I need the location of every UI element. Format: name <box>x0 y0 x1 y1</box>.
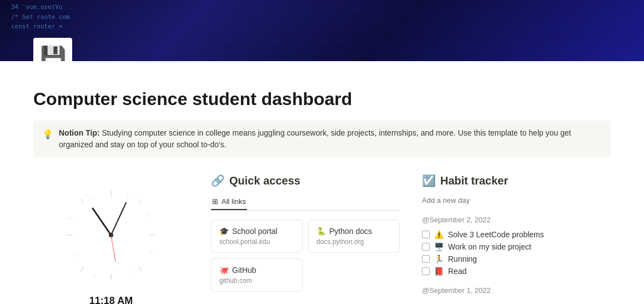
link-card-python[interactable]: 🐍 Python docs docs.python.org <box>308 220 400 253</box>
clock-column: 11:18 AM Tuesday • PDT <box>33 174 189 304</box>
clock-time: 11:18 AM <box>89 295 133 304</box>
svg-line-1 <box>139 199 142 203</box>
habit-emoji-running: 🏃 <box>434 255 444 263</box>
grid-icon: ⊞ <box>212 197 218 206</box>
svg-line-18 <box>111 203 126 235</box>
date-label-sep2: @September 2, 2022 <box>422 216 611 224</box>
habit-label-read: Read <box>448 267 466 276</box>
quick-access-section: 🔗 Quick access ⊞ All links 🎓 School port… <box>211 174 400 292</box>
svg-line-3 <box>139 267 142 271</box>
callout-icon: 💡 <box>42 128 53 151</box>
header-banner: 34 'vue.use(Vu /* Set route com const ro… <box>0 0 644 61</box>
habit-emoji-read: 📕 <box>434 267 444 276</box>
date-label-sep1: @September 1, 2022 <box>422 286 611 295</box>
svg-line-8 <box>127 192 128 197</box>
habit-item-sideproject: 🖥️ Work on my side project <box>422 241 611 253</box>
link-card-python-title: 🐍 Python docs <box>316 227 391 236</box>
svg-line-7 <box>80 199 83 203</box>
page-icon: 💾 <box>33 38 72 61</box>
page-title: Computer science student dashboard <box>33 89 611 109</box>
clock-svg <box>56 180 167 291</box>
add-day-input[interactable] <box>422 194 611 207</box>
habit-checkbox-sideproject[interactable] <box>422 243 430 251</box>
date-group-sep1: @September 1, 2022 <box>422 286 611 295</box>
quick-access-title: 🔗 Quick access <box>211 174 400 187</box>
date-group-sep2: @September 2, 2022 ⚠️ Solve 3 LeetCode p… <box>422 216 611 277</box>
habit-checkbox-running[interactable] <box>422 255 430 263</box>
svg-line-14 <box>68 218 73 219</box>
callout-prefix: Notion Tip: <box>59 128 100 137</box>
github-icon: 🐙 <box>219 266 229 275</box>
svg-line-19 <box>111 235 115 262</box>
svg-line-5 <box>80 267 83 271</box>
link-card-github[interactable]: 🐙 GitHub github.com <box>211 258 303 292</box>
habit-label-leetcode: Solve 3 LeetCode problems <box>448 230 544 239</box>
school-icon: 🎓 <box>219 227 229 236</box>
columns-layout: 11:18 AM Tuesday • PDT 🔗 Quick access ⊞ … <box>33 174 611 304</box>
link-card-school-title: 🎓 School portal <box>219 227 294 236</box>
chain-icon: 🔗 <box>211 174 225 187</box>
habit-checkbox-leetcode[interactable] <box>422 231 430 238</box>
habit-item-read: 📕 Read <box>422 265 611 277</box>
tab-all-links[interactable]: ⊞ All links <box>211 194 247 210</box>
svg-line-10 <box>149 251 154 252</box>
checkbox-icon: ☑️ <box>422 174 436 187</box>
link-card-school[interactable]: 🎓 School portal school.portal.edu <box>211 220 303 253</box>
link-card-school-url: school.portal.edu <box>219 238 294 246</box>
habit-label-running: Running <box>448 255 477 263</box>
svg-line-13 <box>73 255 77 257</box>
callout-body: Studying computer science in college mea… <box>59 128 571 149</box>
habit-label-sideproject: Work on my side project <box>448 242 531 251</box>
main-content: Computer science student dashboard 💡 Not… <box>0 61 644 304</box>
habit-tracker-section: ☑️ Habit tracker @September 2, 2022 ⚠️ S… <box>422 174 611 303</box>
habit-checkbox-read[interactable] <box>422 267 430 275</box>
svg-line-12 <box>94 273 95 278</box>
svg-line-11 <box>130 270 133 273</box>
habit-item-leetcode: ⚠️ Solve 3 LeetCode problems <box>422 228 611 241</box>
svg-line-15 <box>89 197 92 201</box>
link-card-github-title: 🐙 GitHub <box>219 266 294 275</box>
callout-text: Notion Tip: Studying computer science in… <box>59 127 602 151</box>
python-icon: 🐍 <box>316 227 326 236</box>
tab-bar: ⊞ All links <box>211 194 400 211</box>
links-grid: 🎓 School portal school.portal.edu 🐍 Pyth… <box>211 220 400 292</box>
habit-emoji-leetcode: ⚠️ <box>434 230 444 239</box>
analog-clock <box>56 180 167 291</box>
link-card-python-url: docs.python.org <box>316 238 391 246</box>
banner-code: 34 'vue.use(Vu /* Set route com const ro… <box>11 2 70 32</box>
svg-line-17 <box>93 208 111 235</box>
svg-line-9 <box>145 213 149 216</box>
callout: 💡 Notion Tip: Studying computer science … <box>33 121 611 157</box>
habit-tracker-title: ☑️ Habit tracker <box>422 174 611 187</box>
habit-emoji-sideproject: 🖥️ <box>434 242 444 251</box>
habit-item-running: 🏃 Running <box>422 253 611 265</box>
link-card-github-url: github.com <box>219 277 294 285</box>
